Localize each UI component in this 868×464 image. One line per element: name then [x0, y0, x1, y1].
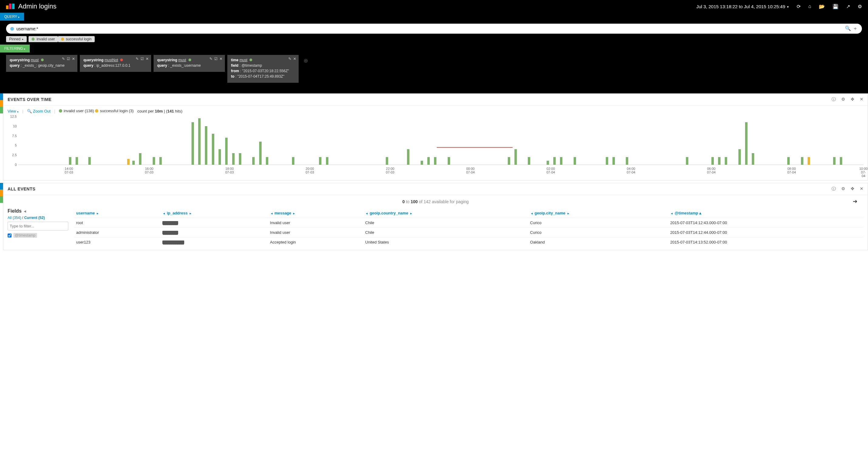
query-pill[interactable]: invalid user — [29, 36, 58, 42]
pinned-pill[interactable]: Pinned ▸ — [6, 36, 27, 42]
fields-filter-input[interactable] — [8, 222, 68, 230]
row-marker[interactable] — [0, 93, 3, 100]
table-row[interactable]: administrator███████Invalid userChileCur… — [74, 228, 863, 237]
add-query-icon[interactable]: ＋ — [853, 26, 858, 32]
query-toggle-button[interactable]: QUERY ▸ — [0, 13, 24, 21]
share-icon[interactable]: ↗ — [846, 4, 850, 9]
table-row[interactable]: user123██████████Accepted loginUnited St… — [74, 237, 863, 247]
info-icon[interactable]: ⓘ — [832, 186, 836, 192]
toggle-icon[interactable]: ☑ — [67, 57, 70, 61]
fields-all-link[interactable]: All (354) — [8, 216, 21, 220]
column-header[interactable]: ◂ @timestamp ▴ — [668, 208, 863, 218]
header: Admin logins Jul 3, 2015 13:18:22 to Jul… — [0, 0, 868, 93]
edit-icon[interactable]: ✎ — [209, 57, 212, 61]
gear-icon[interactable]: ⚙ — [841, 186, 845, 192]
filtering-toggle-button[interactable]: FILTERING ▸ — [0, 44, 30, 53]
all-events-panel: ALL EVENTS ⓘ ⚙ ✥ ✕ 0 to 100 of 142 avail… — [3, 183, 868, 250]
time-range-picker[interactable]: Jul 3, 2015 13:18:22 to Jul 4, 2015 10:2… — [696, 4, 789, 9]
zoom-out-button[interactable]: 🔍 Zoom Out — [27, 109, 51, 113]
search-input[interactable] — [17, 26, 845, 31]
panel-title: EVENTS OVER TIME — [8, 97, 52, 102]
next-page-icon[interactable]: ➔ — [853, 198, 857, 205]
column-header[interactable]: ◂ message ▸ — [268, 208, 364, 218]
column-header[interactable]: username ▸ — [74, 208, 160, 218]
close-icon[interactable]: ✕ — [293, 57, 296, 61]
column-header[interactable]: ◂ geoip.country_name ▸ — [363, 208, 528, 218]
field-row[interactable]: @timestamp — [8, 233, 68, 238]
filter-card: ✎✕time must field : @timestampfrom : "20… — [227, 55, 299, 83]
paging-info: 0 to 100 of 142 available for paging ➔ — [8, 198, 863, 208]
filter-card: ✎☑✕querystring must query : _exists_: ge… — [6, 55, 78, 72]
legend-item[interactable]: invalid user (138) — [59, 108, 94, 113]
gear-icon[interactable]: ⚙ — [841, 97, 845, 102]
events-over-time-panel: EVENTS OVER TIME ⓘ ⚙ ✥ ✕ View ▸ | 🔍 Zoom… — [3, 93, 868, 180]
column-header[interactable]: ◂ ip_address ▸ — [160, 208, 268, 218]
close-icon[interactable]: ✕ — [860, 186, 863, 192]
info-icon[interactable]: ⓘ — [832, 97, 836, 102]
query-pill[interactable]: successful login — [58, 36, 95, 42]
edit-icon[interactable]: ✎ — [136, 57, 139, 61]
move-icon[interactable]: ✥ — [851, 97, 854, 102]
events-table: username ▸◂ ip_address ▸◂ message ▸◂ geo… — [74, 208, 863, 247]
toggle-icon[interactable]: ☑ — [141, 57, 144, 61]
view-dropdown[interactable]: View ▸ — [8, 109, 19, 113]
fields-title: Fields ◄ — [8, 208, 68, 214]
app-logo — [6, 4, 15, 9]
refresh-icon[interactable]: ⟳ — [797, 4, 801, 9]
add-filter-icon[interactable]: ⊕ — [301, 55, 310, 66]
collapse-icon[interactable]: ◄ — [23, 209, 27, 213]
close-icon[interactable]: ✕ — [146, 57, 149, 61]
row-marker[interactable] — [0, 100, 3, 107]
search-box[interactable]: 🔍 ＋ — [6, 24, 862, 34]
open-icon[interactable]: 📂 — [819, 4, 825, 9]
toggle-icon[interactable]: ☑ — [214, 57, 218, 61]
histogram-chart[interactable]: 02.557.51012.5 14:0007-0316:0007-0318:00… — [3, 117, 868, 180]
row-marker[interactable] — [0, 190, 3, 196]
home-icon[interactable]: ⌂ — [808, 4, 811, 9]
panel-title: ALL EVENTS — [8, 187, 35, 191]
filter-card: ✎☑✕querystring must query : _exists_:use… — [154, 55, 225, 72]
legend-item[interactable]: successful login (3) — [95, 108, 133, 113]
close-icon[interactable]: ✕ — [219, 57, 222, 61]
page-title: Admin logins — [18, 2, 57, 10]
row-marker[interactable] — [0, 196, 3, 203]
column-header[interactable]: ◂ geoip.city_name ▸ — [528, 208, 669, 218]
query-color-dot[interactable] — [10, 27, 14, 31]
close-icon[interactable]: ✕ — [860, 97, 863, 102]
gear-icon[interactable]: ⚙ — [858, 4, 862, 9]
row-marker[interactable] — [0, 107, 3, 113]
save-icon[interactable]: 💾 — [833, 4, 839, 9]
row-marker[interactable] — [0, 183, 3, 190]
fields-current-link[interactable]: Current (52) — [24, 216, 45, 220]
table-row[interactable]: root███████Invalid userChileCurico2015-0… — [74, 218, 863, 228]
filter-card: ✎☑✕querystring mustNot query : ip_addres… — [80, 55, 151, 72]
search-icon[interactable]: 🔍 — [845, 26, 851, 32]
move-icon[interactable]: ✥ — [851, 186, 854, 192]
interval-label: count per 10m | (141 hits) — [137, 109, 182, 113]
close-icon[interactable]: ✕ — [72, 57, 75, 61]
fields-sidebar: Fields ◄ All (354) / Current (52) @times… — [8, 208, 68, 247]
field-checkbox[interactable] — [8, 234, 11, 237]
edit-icon[interactable]: ✎ — [62, 57, 65, 61]
edit-icon[interactable]: ✎ — [288, 57, 291, 61]
